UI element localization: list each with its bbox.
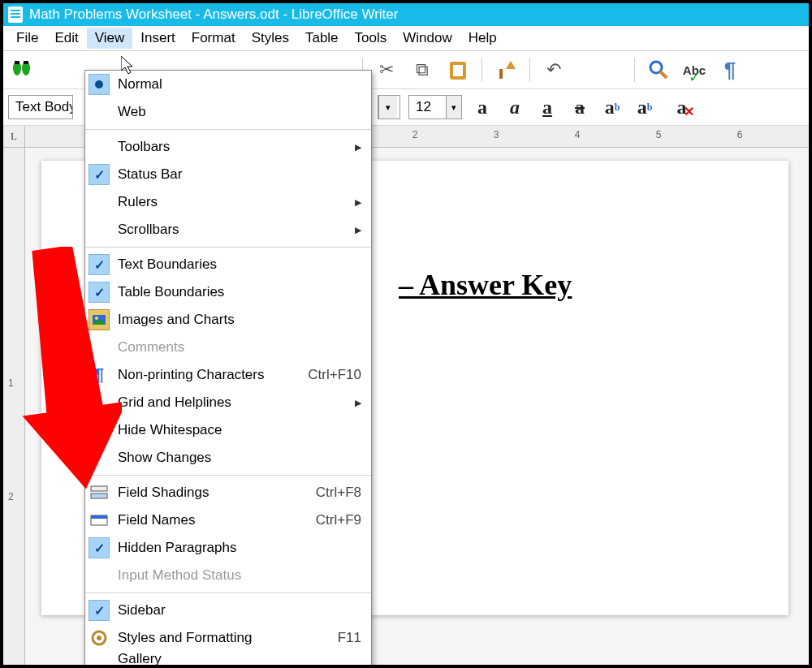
document-icon — [8, 6, 23, 23]
styles-icon — [91, 630, 107, 646]
font-size-value: 12 — [409, 99, 446, 115]
menu-item-scrollbars[interactable]: Scrollbars ▶ — [85, 216, 371, 243]
shortcut-label: Ctrl+F8 — [316, 485, 361, 501]
svg-point-18 — [97, 636, 102, 640]
document-heading[interactable]: – Answer Key — [399, 268, 572, 302]
menu-view[interactable]: View — [87, 28, 133, 49]
check-icon: ✓ — [89, 282, 110, 303]
menu-format[interactable]: Format — [184, 28, 244, 49]
menu-item-field-shadings[interactable]: Field Shadings Ctrl+F8 — [85, 479, 371, 506]
ruler-corner: L — [3, 126, 25, 148]
menu-item-images-charts[interactable]: Images and Charts — [85, 306, 371, 334]
svg-marker-6 — [506, 61, 516, 69]
ruler-h-mark: 6 — [737, 129, 743, 140]
check-icon: ✓ — [89, 600, 110, 621]
toolbar-separator — [529, 58, 530, 82]
pilcrow-icon: ¶ — [94, 364, 104, 386]
titlebar: Math Problems Worksheet - Answers.odt - … — [3, 3, 809, 26]
window-title: Math Problems Worksheet - Answers.odt - … — [29, 6, 398, 23]
menu-item-normal[interactable]: Normal — [85, 71, 371, 98]
clear-formatting-button[interactable]: a✕ — [673, 95, 698, 119]
cut-icon[interactable]: ✂ — [373, 56, 400, 84]
menu-item-statusbar[interactable]: ✓ Status Bar — [85, 161, 371, 188]
menu-item-comments: Comments — [85, 334, 371, 361]
svg-line-9 — [660, 71, 667, 78]
menu-tools[interactable]: Tools — [347, 28, 395, 49]
toolbar-separator — [634, 58, 635, 82]
menu-insert[interactable]: Insert — [132, 28, 184, 49]
menu-item-sidebar[interactable]: ✓ Sidebar — [85, 597, 371, 624]
paragraph-style-combo[interactable]: Text Body — [8, 95, 73, 119]
font-name-dropdown-button[interactable]: ▾ — [378, 95, 400, 119]
paste-icon[interactable] — [444, 56, 472, 84]
radio-checked-icon — [89, 74, 110, 95]
menu-item-grid-helplines[interactable]: Grid and Helplines ▶ — [85, 389, 371, 416]
menu-item-hidden-paragraphs[interactable]: ✓ Hidden Paragraphs — [85, 534, 371, 562]
menu-help[interactable]: Help — [460, 28, 505, 49]
submenu-arrow-icon: ▶ — [355, 142, 361, 153]
superscript-button[interactable]: ab — [600, 95, 624, 119]
clone-formatting-icon[interactable] — [492, 56, 520, 84]
menu-window[interactable]: Window — [395, 28, 460, 49]
font-size-dropdown-button[interactable]: ▾ — [446, 96, 461, 119]
menu-item-hide-whitespace[interactable]: Hide Whitespace — [85, 416, 371, 444]
svg-rect-7 — [499, 69, 503, 79]
ruler-v-mark: 1 — [8, 377, 14, 389]
ruler-h-mark: 3 — [494, 129, 499, 140]
underline-button[interactable]: a — [535, 95, 559, 119]
svg-rect-13 — [91, 486, 107, 491]
submenu-arrow-icon: ▶ — [355, 398, 361, 408]
menu-item-table-boundaries[interactable]: ✓ Table Boundaries — [85, 278, 371, 306]
ruler-v-mark: 2 — [8, 491, 14, 502]
svg-rect-5 — [453, 65, 463, 76]
menu-item-styles-formatting[interactable]: Styles and Formatting F11 — [85, 624, 371, 652]
menu-item-gallery[interactable]: Gallery — [85, 652, 371, 666]
toolbar-separator — [482, 58, 482, 82]
check-icon: ✓ — [89, 254, 110, 275]
copy-icon[interactable]: ⧉ — [408, 56, 436, 84]
check-icon: ✓ — [89, 164, 110, 185]
menu-item-text-boundaries[interactable]: ✓ Text Boundaries — [85, 251, 371, 278]
menu-item-web[interactable]: Web — [85, 98, 371, 126]
menu-table[interactable]: Table — [297, 28, 347, 49]
submenu-arrow-icon: ▶ — [355, 197, 361, 208]
menu-item-nonprinting[interactable]: ¶ Non-printing Characters Ctrl+F10 — [85, 361, 371, 389]
field-names-icon — [90, 513, 108, 528]
menu-item-show-changes[interactable]: Show Changes — [85, 444, 371, 472]
check-icon: ✓ — [89, 537, 110, 558]
menubar: File Edit View Insert Format Styles Tabl… — [3, 26, 809, 51]
shortcut-label: Ctrl+F10 — [308, 367, 361, 383]
menu-styles[interactable]: Styles — [244, 28, 297, 49]
field-shadings-icon — [90, 485, 108, 500]
undo-icon[interactable]: ↶ — [540, 56, 568, 84]
menu-item-field-names[interactable]: Field Names Ctrl+F9 — [85, 506, 371, 534]
svg-rect-3 — [24, 61, 28, 64]
menu-item-toolbars[interactable]: Toolbars ▶ — [85, 133, 371, 161]
menu-file[interactable]: File — [8, 28, 46, 49]
shortcut-label: Ctrl+F9 — [316, 512, 361, 528]
subscript-button[interactable]: ab — [633, 95, 657, 119]
menu-edit[interactable]: Edit — [46, 28, 86, 49]
find-replace-icon[interactable] — [8, 56, 36, 84]
svg-rect-16 — [91, 515, 107, 519]
svg-rect-14 — [91, 493, 107, 498]
formatting-marks-icon[interactable]: ¶ — [716, 56, 744, 84]
svg-point-8 — [650, 62, 662, 73]
font-size-combo[interactable]: 12 ▾ — [408, 95, 462, 119]
italic-button[interactable]: a — [503, 95, 527, 119]
find-icon[interactable] — [645, 56, 672, 84]
ruler-h-mark: 5 — [656, 129, 662, 140]
menu-item-rulers[interactable]: Rulers ▶ — [85, 188, 371, 216]
spellcheck-icon[interactable]: Abc ✓ — [680, 56, 708, 84]
vertical-ruler[interactable]: 1 2 — [3, 148, 25, 667]
strikethrough-button[interactable]: a — [568, 95, 592, 119]
view-menu: Normal Web Toolbars ▶ ✓ Status Bar Ruler… — [84, 70, 372, 668]
ruler-h-mark: 2 — [412, 129, 418, 140]
image-icon — [89, 309, 110, 330]
menu-item-input-method: Input Method Status — [85, 562, 371, 589]
svg-point-11 — [95, 317, 98, 320]
shortcut-label: F11 — [338, 630, 361, 646]
bold-button[interactable]: a — [470, 95, 495, 119]
ruler-h-mark: 4 — [575, 129, 581, 140]
paragraph-style-value: Text Body — [9, 99, 72, 115]
